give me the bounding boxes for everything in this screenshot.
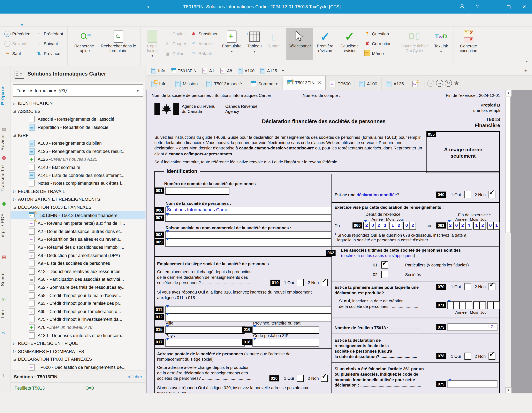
checkbox-020-non[interactable]: ✓	[321, 375, 328, 382]
forms-filter-dropdown[interactable]: Tous les formulaires (93) ▼	[13, 84, 143, 96]
saut-button[interactable]: ↪Saut	[3, 48, 33, 58]
form-tab[interactable]: A125	[382, 78, 408, 90]
checkbox-020-oui[interactable]	[297, 375, 304, 382]
menu-item[interactable]	[62, 14, 74, 27]
tree-expander[interactable]: ▷	[13, 341, 18, 345]
menu-item[interactable]	[86, 14, 97, 27]
quick-link[interactable]: A125	[258, 67, 278, 74]
panel-tab-transmettre[interactable]: Transmettre	[0, 165, 10, 191]
checkbox-040-oui[interactable]	[465, 191, 471, 198]
close-button[interactable]: ✕	[516, 4, 532, 9]
checkbox-010-oui[interactable]	[297, 279, 304, 286]
formulaire-button[interactable]: + Formulaire▼	[219, 28, 244, 54]
checkbox-070-non[interactable]: ✓	[489, 283, 495, 290]
form-scrollbar[interactable]: ▲ ▼	[505, 90, 511, 393]
memo-button[interactable]: Mémo	[362, 48, 393, 58]
form-tab[interactable]: Sommaire	[246, 78, 283, 90]
account-icon[interactable]	[454, 4, 470, 10]
tree-item[interactable]: ▷ FEUILLES DE TRAVAIL	[10, 187, 145, 195]
coller-button[interactable]: ▣Coller	[163, 48, 188, 58]
substituer-button[interactable]: ✱Substituer	[189, 29, 219, 39]
tree-item[interactable]: Répartition - Répartition de l'associé	[10, 123, 145, 131]
checkbox-062-01[interactable]: ✓	[381, 262, 388, 269]
tree-item[interactable]: A125 - Créer un nouveau A125	[10, 155, 145, 163]
tree-expander[interactable]: ▷	[13, 349, 18, 353]
panel-tab-suivre[interactable]: Suivre	[0, 272, 10, 286]
annuler-button[interactable]: ↶Annuler	[189, 39, 219, 48]
pin-icon[interactable]: ⍑	[2, 373, 5, 378]
menu-item[interactable]	[39, 14, 51, 27]
nav-suivant-button[interactable]: →Suivant	[3, 39, 33, 48]
precedent-up-button[interactable]: ↑Précédent	[34, 29, 65, 39]
tree-item[interactable]: A6 - Résumé des dispositionsdes immobili…	[10, 243, 145, 251]
add-tab-button[interactable]: +	[524, 68, 527, 73]
tree-item[interactable]: A52 - Sommaire des frais de ressources a…	[10, 283, 145, 291]
afficher-link[interactable]: afficher	[128, 374, 142, 379]
tree-expander[interactable]: ◢	[13, 134, 18, 137]
form-tab[interactable]: T5013Associé	[202, 78, 246, 90]
checkbox-040-non[interactable]: ✓	[489, 191, 495, 198]
panel-tab-reviser[interactable]: Réviser	[0, 134, 10, 150]
rechercher-formulaire-button[interactable]: Rechercher dans le formulaire	[99, 28, 138, 53]
scrollbar-thumb[interactable]	[505, 97, 511, 233]
panel-tab-impr-pdf[interactable]: Impr. / PDF	[0, 214, 10, 239]
taxlink-button[interactable]: T∞D TaxLink▼	[430, 28, 451, 54]
input-016-province[interactable]	[252, 326, 319, 334]
menu-item[interactable]	[16, 14, 28, 27]
input-017-country[interactable]	[165, 339, 245, 347]
quick-link[interactable]: A1	[200, 67, 216, 74]
date-060-start[interactable]: 2023 12 02	[364, 222, 416, 229]
collapse-arrow-icon[interactable]: →	[2, 385, 6, 390]
tree-item[interactable]: TP600 - Déclaration de renseignements de…	[10, 363, 145, 370]
copier-button[interactable]: ❒Copier	[163, 29, 188, 39]
checkbox-078-non[interactable]: ✓	[489, 353, 495, 360]
maximize-button[interactable]: ▢	[501, 4, 516, 9]
ruban-button[interactable]: ▯ Ruban	[265, 28, 282, 49]
premiere-revision-button[interactable]: ✓ Première révision	[313, 28, 337, 53]
copie-lucide-button[interactable]: Copie lucide▼	[142, 28, 162, 58]
menu-item[interactable]	[5, 14, 16, 27]
menu-item[interactable]	[51, 14, 62, 27]
panel-tab-preparer[interactable]: Préparer	[0, 85, 10, 105]
tree-item[interactable]: ▷ RECHERCHE SCIENTIFIQUE	[10, 339, 145, 347]
scroll-up-icon[interactable]: ▲	[505, 90, 512, 96]
tree-item[interactable]: A2 - Dons de bienfaisance, autres dons e…	[10, 228, 145, 235]
date-061-end[interactable]: 2024 12 01	[447, 222, 500, 229]
selectionner-button[interactable]: Sélectionner	[286, 28, 313, 60]
checkbox-010-non[interactable]: ✓	[321, 279, 328, 286]
tree-expander[interactable]: ◢	[13, 206, 18, 209]
province-button[interactable]: ⇅Province	[34, 48, 65, 58]
close-tab-icon[interactable]: ✕	[318, 80, 321, 85]
correction-button[interactable]: ✘Correction	[362, 39, 393, 48]
input-012-address2[interactable]	[165, 314, 331, 321]
quick-link[interactable]: A100	[236, 67, 256, 74]
quick-link[interactable]: Info	[149, 67, 167, 74]
minimize-button[interactable]: –	[485, 4, 501, 9]
tree-item[interactable]: A65 - Crédit d'impôt pour l'amélioration…	[10, 307, 145, 315]
couper-button[interactable]: ✂Couper	[163, 39, 188, 48]
tree-item[interactable]: ◢ IGRF	[10, 131, 145, 139]
tree-expander[interactable]: ◢	[13, 110, 18, 113]
tree-item[interactable]: A130 - Dépenses d'intérêts et de finance…	[10, 331, 145, 339]
input-011-address1[interactable]	[165, 306, 331, 314]
tree-item[interactable]: T5013FIN - T5013 Déclaration financière	[10, 211, 145, 220]
tree-expander[interactable]: ◢	[13, 358, 18, 361]
tree-item[interactable]: ▷ AUTORISATION ET RENSEIGNEMENTS	[10, 195, 145, 203]
tree-expander[interactable]: ▷	[13, 198, 18, 201]
input-007-partnership-name2[interactable]	[165, 214, 331, 222]
tree-item[interactable]: A100 - Renseignements du bilan	[10, 139, 145, 147]
collapse-ribbon-button[interactable]: ⌃	[525, 60, 529, 65]
tree-item[interactable]: A75 - Crédit d'impôt à l'investissement …	[10, 315, 145, 323]
tree-item[interactable]: A58 - Crédit d'impôt pour la main-d'oeuv…	[10, 291, 145, 299]
form-tab[interactable]: T5013FIN ✕	[283, 75, 326, 90]
suivant-down-button[interactable]: ↓Suivant	[34, 39, 65, 48]
tree-item[interactable]: A141 - Liste de contrôle des notes affér…	[10, 171, 145, 179]
tree-item[interactable]: ◢ ASSOCIÉS	[10, 107, 145, 115]
bookmark-star-icon[interactable]: ★	[454, 79, 459, 87]
question-button[interactable]: ?Question	[362, 29, 393, 39]
form-tab[interactable]: A100	[355, 78, 381, 90]
tree-expander[interactable]: ▷	[13, 190, 18, 193]
tree-item[interactable]: A9 - Liste des sociétés de personnes	[10, 259, 145, 267]
menu-item[interactable]	[97, 14, 108, 27]
form-tab[interactable]: M Info	[147, 78, 171, 90]
